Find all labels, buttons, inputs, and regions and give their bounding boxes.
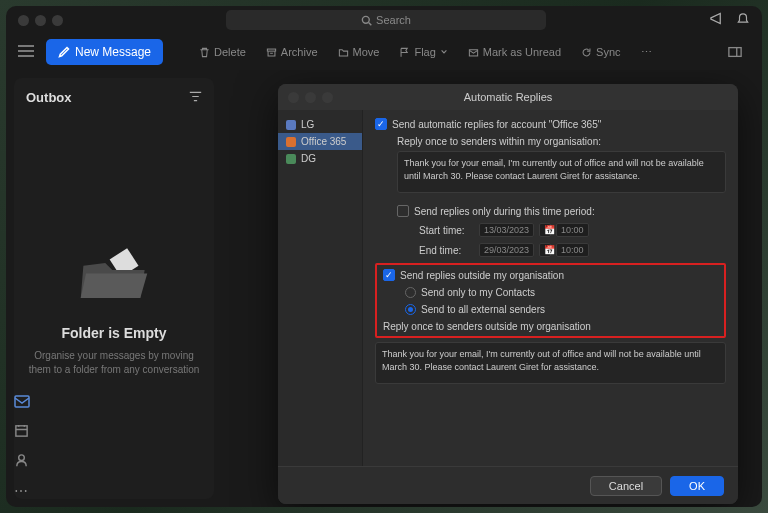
all-external-radio[interactable] [405,304,416,315]
start-date-field[interactable]: 13/03/2023 [479,223,534,237]
minimize-icon[interactable] [35,15,46,26]
flag-button[interactable]: Flag [391,41,455,63]
reply-within-textarea[interactable]: Thank you for your email, I'm currently … [397,151,726,193]
outside-checkbox[interactable]: ✓ [383,269,395,281]
svg-point-0 [362,16,369,23]
all-external-label: Send to all external senders [421,304,545,315]
reply-outside-textarea[interactable]: Thank you for your email, I'm currently … [375,342,726,384]
account-swatch-icon [286,120,296,130]
filter-icon[interactable] [189,90,202,105]
outside-label: Send replies outside my organisation [400,270,564,281]
svg-rect-1 [267,49,275,51]
calendar-icon[interactable]: 📅 [539,243,551,257]
dialog-titlebar: Automatic Replies [278,84,738,110]
panel-icon [728,46,742,58]
contacts-only-label: Send only to my Contacts [421,287,535,298]
cancel-button[interactable]: Cancel [590,476,662,496]
sync-button[interactable]: Sync [573,41,628,63]
empty-title: Folder is Empty [61,325,166,341]
svg-rect-5 [16,426,27,436]
search-icon [361,15,372,26]
account-swatch-icon [286,154,296,164]
titlebar: Search [6,6,762,34]
mail-nav-icon[interactable] [14,394,30,411]
end-date-field[interactable]: 29/03/2023 [479,243,534,257]
more-nav-icon[interactable]: ⋯ [14,483,30,499]
svg-point-6 [19,455,25,461]
sync-icon [581,47,592,58]
bell-icon[interactable] [736,11,750,29]
start-time-field[interactable]: 10:00 [556,223,589,237]
reply-outside-label: Reply once to senders outside my organis… [383,321,718,332]
people-nav-icon[interactable] [14,453,30,471]
chevron-down-icon [440,48,448,56]
compose-icon [58,46,70,58]
account-list: LG Office 365 DG [278,110,363,466]
close-icon[interactable] [18,15,29,26]
folder-icon [338,47,349,58]
announce-icon[interactable] [709,11,724,29]
start-time-label: Start time: [419,225,474,236]
calendar-icon[interactable]: 📅 [539,223,551,237]
settings-panel: ✓ Send automatic replies for account "Of… [363,110,738,466]
sidebar-title: Outbox [26,90,72,105]
svg-rect-4 [15,396,29,407]
time-period-label: Send replies only during this time perio… [414,206,595,217]
automatic-replies-dialog: Automatic Replies LG Office 365 DG ✓ Sen… [278,84,738,504]
panel-toggle-button[interactable] [720,41,750,63]
dialog-minimize-icon[interactable] [305,92,316,103]
account-item-office365[interactable]: Office 365 [278,133,362,150]
svg-rect-3 [729,48,741,57]
empty-folder-icon [69,235,159,305]
reply-within-label: Reply once to senders within my organisa… [397,136,726,147]
empty-state: Folder is Empty Organise your messages b… [26,125,202,487]
end-time-label: End time: [419,245,474,256]
dialog-footer: Cancel OK [278,466,738,504]
dialog-zoom-icon[interactable] [322,92,333,103]
mail-icon [468,47,479,58]
zoom-icon[interactable] [52,15,63,26]
account-swatch-icon [286,137,296,147]
time-period-checkbox[interactable] [397,205,409,217]
dialog-title: Automatic Replies [278,91,738,103]
menu-icon[interactable] [18,43,34,61]
archive-button[interactable]: Archive [258,41,326,63]
more-button[interactable]: ⋯ [633,41,660,64]
account-item-dg[interactable]: DG [278,150,362,167]
new-message-label: New Message [75,45,151,59]
account-item-lg[interactable]: LG [278,116,362,133]
archive-icon [266,47,277,58]
calendar-nav-icon[interactable] [14,423,30,441]
send-auto-label: Send automatic replies for account "Offi… [392,119,601,130]
outbox-sidebar: Outbox Folder is Empty Organise your mes… [14,78,214,499]
contacts-only-radio[interactable] [405,287,416,298]
empty-text: Organise your messages by moving them to… [26,349,202,377]
trash-icon [199,47,210,58]
search-placeholder: Search [376,14,411,26]
end-time-field[interactable]: 10:00 [556,243,589,257]
mark-unread-button[interactable]: Mark as Unread [460,41,569,63]
highlight-box: ✓ Send replies outside my organisation S… [375,263,726,338]
new-message-button[interactable]: New Message [46,39,163,65]
toolbar: New Message Delete Archive Move Flag Mar… [6,34,762,70]
ok-button[interactable]: OK [670,476,724,496]
search-input[interactable]: Search [226,10,546,30]
flag-icon [399,47,410,58]
delete-button[interactable]: Delete [191,41,254,63]
dialog-close-icon[interactable] [288,92,299,103]
send-auto-checkbox[interactable]: ✓ [375,118,387,130]
move-button[interactable]: Move [330,41,388,63]
